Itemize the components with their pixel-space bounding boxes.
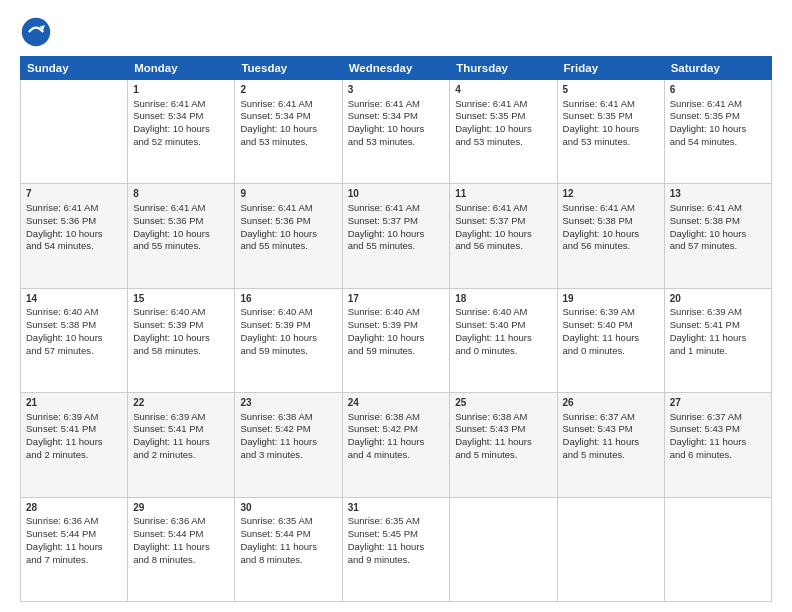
- calendar-cell: 2Sunrise: 6:41 AMSunset: 5:34 PMDaylight…: [235, 80, 342, 184]
- calendar-cell: 30Sunrise: 6:35 AMSunset: 5:44 PMDayligh…: [235, 497, 342, 601]
- day-number: 2: [240, 83, 336, 97]
- calendar-cell: 9Sunrise: 6:41 AMSunset: 5:36 PMDaylight…: [235, 184, 342, 288]
- calendar-week-1: 1Sunrise: 6:41 AMSunset: 5:34 PMDaylight…: [21, 80, 772, 184]
- calendar-cell: 12Sunrise: 6:41 AMSunset: 5:38 PMDayligh…: [557, 184, 664, 288]
- calendar-cell: [557, 497, 664, 601]
- day-number: 7: [26, 187, 122, 201]
- day-number: 1: [133, 83, 229, 97]
- calendar-header-monday: Monday: [128, 57, 235, 80]
- day-number: 16: [240, 292, 336, 306]
- calendar-cell: 3Sunrise: 6:41 AMSunset: 5:34 PMDaylight…: [342, 80, 450, 184]
- calendar-cell: 14Sunrise: 6:40 AMSunset: 5:38 PMDayligh…: [21, 288, 128, 392]
- day-number: 26: [563, 396, 659, 410]
- calendar-table: SundayMondayTuesdayWednesdayThursdayFrid…: [20, 56, 772, 602]
- calendar-week-5: 28Sunrise: 6:36 AMSunset: 5:44 PMDayligh…: [21, 497, 772, 601]
- day-number: 22: [133, 396, 229, 410]
- calendar-week-2: 7Sunrise: 6:41 AMSunset: 5:36 PMDaylight…: [21, 184, 772, 288]
- day-number: 11: [455, 187, 551, 201]
- calendar-header-row: SundayMondayTuesdayWednesdayThursdayFrid…: [21, 57, 772, 80]
- day-number: 19: [563, 292, 659, 306]
- calendar-cell: 18Sunrise: 6:40 AMSunset: 5:40 PMDayligh…: [450, 288, 557, 392]
- calendar-header-saturday: Saturday: [664, 57, 771, 80]
- calendar-cell: 27Sunrise: 6:37 AMSunset: 5:43 PMDayligh…: [664, 393, 771, 497]
- day-number: 4: [455, 83, 551, 97]
- calendar-cell: 31Sunrise: 6:35 AMSunset: 5:45 PMDayligh…: [342, 497, 450, 601]
- day-number: 12: [563, 187, 659, 201]
- calendar-page: SundayMondayTuesdayWednesdayThursdayFrid…: [0, 0, 792, 612]
- day-number: 10: [348, 187, 445, 201]
- calendar-cell: 5Sunrise: 6:41 AMSunset: 5:35 PMDaylight…: [557, 80, 664, 184]
- calendar-cell: 29Sunrise: 6:36 AMSunset: 5:44 PMDayligh…: [128, 497, 235, 601]
- calendar-cell: 23Sunrise: 6:38 AMSunset: 5:42 PMDayligh…: [235, 393, 342, 497]
- day-number: 28: [26, 501, 122, 515]
- calendar-header-tuesday: Tuesday: [235, 57, 342, 80]
- calendar-header-wednesday: Wednesday: [342, 57, 450, 80]
- calendar-cell: [450, 497, 557, 601]
- day-number: 27: [670, 396, 766, 410]
- calendar-cell: [21, 80, 128, 184]
- header: [20, 16, 772, 48]
- calendar-cell: 4Sunrise: 6:41 AMSunset: 5:35 PMDaylight…: [450, 80, 557, 184]
- day-number: 29: [133, 501, 229, 515]
- calendar-header-sunday: Sunday: [21, 57, 128, 80]
- calendar-cell: 10Sunrise: 6:41 AMSunset: 5:37 PMDayligh…: [342, 184, 450, 288]
- day-number: 15: [133, 292, 229, 306]
- day-number: 14: [26, 292, 122, 306]
- day-number: 21: [26, 396, 122, 410]
- day-number: 5: [563, 83, 659, 97]
- day-number: 25: [455, 396, 551, 410]
- calendar-cell: 21Sunrise: 6:39 AMSunset: 5:41 PMDayligh…: [21, 393, 128, 497]
- calendar-cell: 13Sunrise: 6:41 AMSunset: 5:38 PMDayligh…: [664, 184, 771, 288]
- day-number: 13: [670, 187, 766, 201]
- day-number: 23: [240, 396, 336, 410]
- calendar-cell: 8Sunrise: 6:41 AMSunset: 5:36 PMDaylight…: [128, 184, 235, 288]
- day-number: 18: [455, 292, 551, 306]
- day-number: 3: [348, 83, 445, 97]
- logo-icon: [20, 16, 52, 48]
- day-number: 9: [240, 187, 336, 201]
- svg-point-0: [22, 18, 50, 46]
- day-number: 8: [133, 187, 229, 201]
- day-number: 17: [348, 292, 445, 306]
- calendar-cell: 20Sunrise: 6:39 AMSunset: 5:41 PMDayligh…: [664, 288, 771, 392]
- day-number: 6: [670, 83, 766, 97]
- calendar-header-thursday: Thursday: [450, 57, 557, 80]
- calendar-cell: 25Sunrise: 6:38 AMSunset: 5:43 PMDayligh…: [450, 393, 557, 497]
- calendar-cell: 16Sunrise: 6:40 AMSunset: 5:39 PMDayligh…: [235, 288, 342, 392]
- day-number: 24: [348, 396, 445, 410]
- calendar-week-4: 21Sunrise: 6:39 AMSunset: 5:41 PMDayligh…: [21, 393, 772, 497]
- calendar-week-3: 14Sunrise: 6:40 AMSunset: 5:38 PMDayligh…: [21, 288, 772, 392]
- calendar-cell: 17Sunrise: 6:40 AMSunset: 5:39 PMDayligh…: [342, 288, 450, 392]
- calendar-cell: 28Sunrise: 6:36 AMSunset: 5:44 PMDayligh…: [21, 497, 128, 601]
- calendar-cell: 22Sunrise: 6:39 AMSunset: 5:41 PMDayligh…: [128, 393, 235, 497]
- calendar-cell: 19Sunrise: 6:39 AMSunset: 5:40 PMDayligh…: [557, 288, 664, 392]
- calendar-cell: 26Sunrise: 6:37 AMSunset: 5:43 PMDayligh…: [557, 393, 664, 497]
- calendar-cell: [664, 497, 771, 601]
- calendar-cell: 11Sunrise: 6:41 AMSunset: 5:37 PMDayligh…: [450, 184, 557, 288]
- calendar-cell: 1Sunrise: 6:41 AMSunset: 5:34 PMDaylight…: [128, 80, 235, 184]
- calendar-header-friday: Friday: [557, 57, 664, 80]
- day-number: 30: [240, 501, 336, 515]
- day-number: 20: [670, 292, 766, 306]
- calendar-cell: 7Sunrise: 6:41 AMSunset: 5:36 PMDaylight…: [21, 184, 128, 288]
- calendar-cell: 15Sunrise: 6:40 AMSunset: 5:39 PMDayligh…: [128, 288, 235, 392]
- calendar-cell: 24Sunrise: 6:38 AMSunset: 5:42 PMDayligh…: [342, 393, 450, 497]
- calendar-cell: 6Sunrise: 6:41 AMSunset: 5:35 PMDaylight…: [664, 80, 771, 184]
- day-number: 31: [348, 501, 445, 515]
- logo: [20, 16, 56, 48]
